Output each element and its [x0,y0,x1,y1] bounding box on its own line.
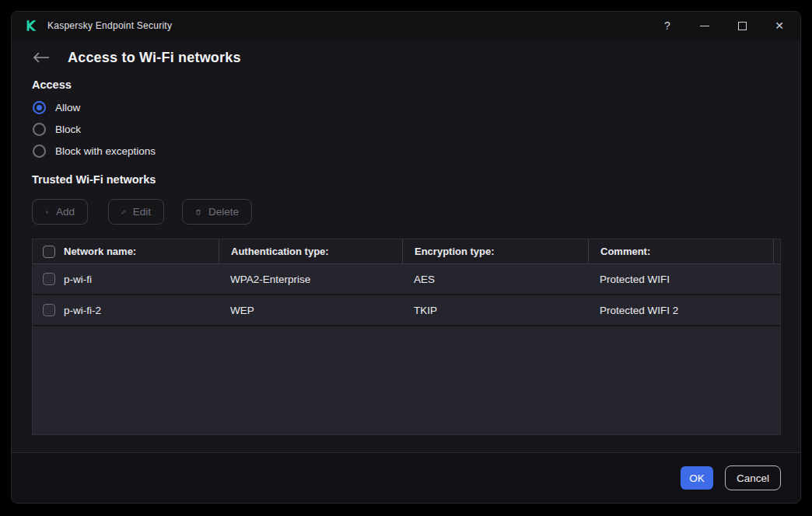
table-row[interactable]: p-wi-fi WPA2-Enterprise AES Protected WI… [33,264,780,295]
cell-network-name: p-wi-fi [33,273,219,285]
cancel-button[interactable]: Cancel [725,465,781,490]
cell-encryption-type: AES [402,274,588,285]
access-heading: Access [32,78,72,91]
close-button[interactable]: ✕ [771,17,788,34]
back-arrow-icon [32,51,51,64]
radio-label: Allow [55,102,80,113]
radio-icon [33,123,46,136]
row-checkbox[interactable] [43,304,55,316]
trusted-networks-heading: Trusted Wi-Fi networks [32,173,156,186]
radio-icon [33,145,46,158]
cell-comment: Protected WIFI 2 [588,305,773,316]
radio-label: Block with exceptions [55,145,156,157]
cell-comment: Protected WIFI [588,274,773,285]
column-label: Authentication type: [231,246,329,257]
maximize-icon [738,22,747,30]
cell-network-name: p-wi-fi-2 [33,304,219,316]
radio-label: Block [55,124,81,135]
cell-value: p-wi-fi [64,274,92,285]
radio-option-block[interactable]: Block [33,122,81,136]
add-button-label: Add [56,206,75,218]
column-label: Encryption type: [415,246,495,257]
trusted-networks-toolbar: Add Edit Delete [32,199,252,225]
ok-button[interactable]: OK [681,466,713,490]
page-header: Access to Wi-Fi networks [32,47,241,68]
add-button[interactable]: Add [32,199,88,225]
header-cell-scroll-spacer [773,239,786,263]
dialog-footer: OK Cancel [12,452,800,503]
header-cell-network-name[interactable]: Network name: [33,239,219,263]
help-button[interactable]: ? [659,17,676,34]
minimize-icon [700,26,709,26]
edit-button[interactable]: Edit [108,199,164,225]
delete-button-label: Delete [208,206,239,218]
cell-encryption-type: TKIP [402,305,588,316]
column-label: Comment: [600,246,650,257]
column-label: Network name: [64,246,136,257]
header-cell-encryption-type[interactable]: Encryption type: [402,239,588,263]
cell-value: p-wi-fi-2 [64,305,101,316]
plus-icon [45,207,49,218]
back-button[interactable] [32,47,55,68]
table-row[interactable]: p-wi-fi-2 WEP TKIP Protected WIFI 2 [33,295,780,326]
title-bar: Kaspersky Endpoint Security ? ✕ [12,12,800,40]
maximize-button[interactable] [733,17,751,34]
app-window: Kaspersky Endpoint Security ? ✕ Access t… [11,11,801,504]
table-empty-area [33,326,780,434]
minimize-button[interactable] [696,17,713,34]
edit-button-label: Edit [133,206,151,218]
settings-page: Access to Wi-Fi networks Access Allow Bl… [12,40,800,452]
trusted-networks-table: Network name: Authentication type: Encry… [32,239,781,435]
delete-button[interactable]: Delete [182,199,252,225]
radio-option-allow[interactable]: Allow [33,100,80,114]
table-header-row: Network name: Authentication type: Encry… [33,239,780,264]
radio-icon [33,101,46,114]
header-cell-authentication-type[interactable]: Authentication type: [219,239,402,263]
window-title: Kaspersky Endpoint Security [47,20,172,31]
kaspersky-logo-icon [24,19,38,33]
header-cell-comment[interactable]: Comment: [588,239,773,263]
cell-authentication-type: WPA2-Enterprise [219,274,402,285]
pencil-icon [121,207,126,218]
row-checkbox[interactable] [43,273,55,285]
trash-icon [195,207,201,218]
select-all-checkbox[interactable] [43,246,55,258]
cell-authentication-type: WEP [219,305,402,316]
radio-option-block-with-exceptions[interactable]: Block with exceptions [33,144,156,158]
page-title: Access to Wi-Fi networks [68,50,241,66]
